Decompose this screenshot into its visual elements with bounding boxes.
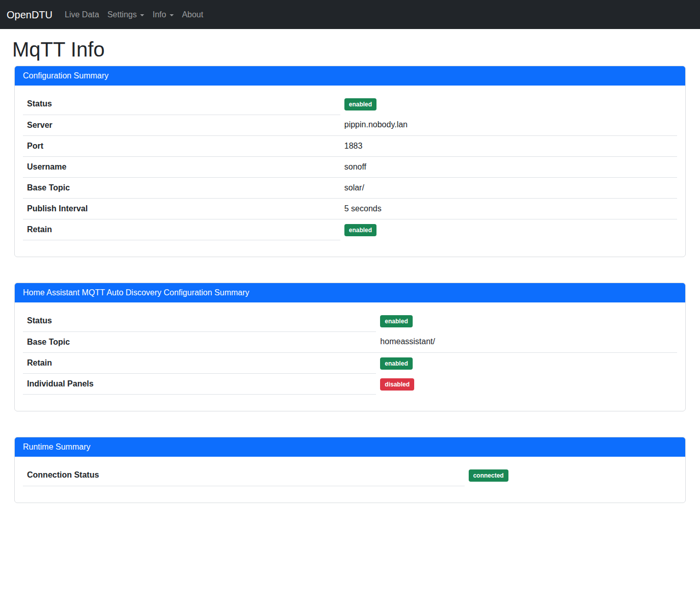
brand-logo[interactable]: OpenDTU xyxy=(7,10,52,20)
navbar: OpenDTU Live Data Settings Info About xyxy=(0,0,700,29)
base-topic-value: homeassistant/ xyxy=(376,331,677,352)
retain-status-badge: enabled xyxy=(380,357,412,370)
status-value: enabled xyxy=(376,311,677,331)
retain-status-badge: enabled xyxy=(344,224,376,236)
row-label: Status xyxy=(23,94,340,115)
connection-status-status-badge: connected xyxy=(469,469,508,482)
table-row: Username sonoff xyxy=(23,156,677,177)
nav-item-label: Settings xyxy=(107,9,137,21)
publish-interval-value: 5 seconds xyxy=(340,198,677,219)
table-row: Status enabled xyxy=(23,94,677,115)
table-row: Retain enabled xyxy=(23,352,677,374)
server-value: pippin.nobody.lan xyxy=(340,115,677,135)
nav-item-label: Live Data xyxy=(65,9,99,21)
row-label: Retain xyxy=(23,352,376,374)
status-value: enabled xyxy=(340,94,677,115)
table-row: Status enabled xyxy=(23,311,677,331)
table-row: Retain enabled xyxy=(23,219,677,240)
row-label: Connection Status xyxy=(23,465,465,486)
summary-table: Status enabled Server pippin.nobody.lan … xyxy=(23,94,677,240)
nav-item-info[interactable]: Info xyxy=(148,5,178,25)
nav-item-about[interactable]: About xyxy=(178,5,207,25)
table-row: Individual Panels disabled xyxy=(23,374,677,395)
row-label: Base Topic xyxy=(23,331,376,352)
connection-status-value: connected xyxy=(465,465,677,486)
nav-item-label: About xyxy=(182,9,203,21)
card-body: Status enabled Server pippin.nobody.lan … xyxy=(15,86,685,257)
card-title: Configuration Summary xyxy=(15,66,685,86)
nav-item-label: Info xyxy=(152,9,166,21)
row-label: Individual Panels xyxy=(23,374,376,395)
row-label: Username xyxy=(23,156,340,177)
status-status-badge: enabled xyxy=(380,315,412,327)
navbar-items: Live Data Settings Info About xyxy=(61,5,207,25)
table-row: Publish Interval 5 seconds xyxy=(23,198,677,219)
page-title: MqTT Info xyxy=(12,37,686,62)
summary-table: Status enabled Base Topic homeassistant/… xyxy=(23,311,677,395)
card-title: Home Assistant MQTT Auto Discovery Confi… xyxy=(15,283,685,302)
table-row: Connection Status connected xyxy=(23,465,677,486)
table-row: Base Topic solar/ xyxy=(23,177,677,198)
caret-down-icon xyxy=(140,14,144,16)
nav-item-settings[interactable]: Settings xyxy=(103,5,149,25)
status-status-badge: enabled xyxy=(344,98,376,110)
caret-down-icon xyxy=(170,14,174,16)
row-label: Port xyxy=(23,135,340,156)
table-row: Port 1883 xyxy=(23,135,677,156)
retain-value: enabled xyxy=(376,352,677,374)
row-label: Server xyxy=(23,115,340,135)
summary-table: Connection Status connected xyxy=(23,465,677,486)
base-topic-value: solar/ xyxy=(340,177,677,198)
card-runtime-summary: Runtime Summary Connection Status connec… xyxy=(14,437,686,503)
individual-panels-value: disabled xyxy=(376,374,677,395)
card-configuration-summary: Configuration Summary Status enabled Ser… xyxy=(14,66,686,257)
row-label: Status xyxy=(23,311,376,331)
main-content: MqTT Info Configuration Summary Status e… xyxy=(0,37,700,503)
nav-item-live-data[interactable]: Live Data xyxy=(61,5,103,25)
cards: Configuration Summary Status enabled Ser… xyxy=(14,66,686,503)
table-row: Base Topic homeassistant/ xyxy=(23,331,677,352)
card-body: Connection Status connected xyxy=(15,457,685,503)
card-body: Status enabled Base Topic homeassistant/… xyxy=(15,302,685,411)
card-title: Runtime Summary xyxy=(15,437,685,457)
port-value: 1883 xyxy=(340,135,677,156)
table-row: Server pippin.nobody.lan xyxy=(23,115,677,135)
row-label: Base Topic xyxy=(23,177,340,198)
card-home-assistant-mqtt-auto-discovery-configuration-summary: Home Assistant MQTT Auto Discovery Confi… xyxy=(14,283,686,411)
row-label: Retain xyxy=(23,219,340,240)
individual-panels-status-badge: disabled xyxy=(380,378,414,391)
row-label: Publish Interval xyxy=(23,198,340,219)
retain-value: enabled xyxy=(340,219,677,240)
username-value: sonoff xyxy=(340,156,677,177)
